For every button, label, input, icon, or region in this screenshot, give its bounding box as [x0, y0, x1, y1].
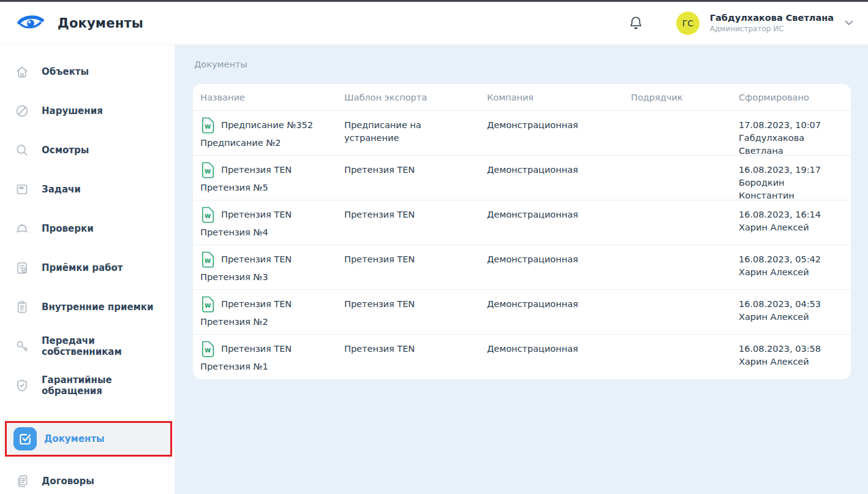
- name-cell: wПретензия TENПретензия №1: [200, 335, 344, 379]
- word-doc-icon: w: [200, 251, 214, 268]
- sidebar-item-label: Гарантийные обращения: [42, 374, 175, 397]
- company-cell: Демонстрационная: [487, 111, 631, 158]
- shield-check-icon: [15, 378, 29, 393]
- company-cell: Демонстрационная: [487, 335, 631, 379]
- document-title: Претензия TEN: [221, 253, 292, 266]
- created-date: 16.08.2023, 03:58: [739, 343, 835, 355]
- contractor-cell: [631, 290, 739, 334]
- bell-icon[interactable]: [628, 15, 644, 32]
- home-icon: [15, 64, 29, 79]
- template-cell: Претензия TEN: [344, 156, 487, 202]
- chevron-down-icon: [845, 20, 853, 26]
- contractor-cell: [631, 335, 739, 379]
- document-title: Претензия TEN: [221, 164, 292, 177]
- table-body: wПредписание №352Предписание №2Предписан…: [193, 111, 851, 379]
- company-cell: Демонстрационная: [487, 245, 631, 289]
- clipboard-lines-icon: [15, 300, 29, 314]
- sidebar-item-9[interactable]: Гарантийные обращения: [0, 366, 175, 405]
- sidebar-item-label: Приёмки работ: [42, 262, 123, 273]
- word-doc-icon: w: [200, 207, 214, 223]
- sidebar-item-label: Документы: [44, 433, 105, 444]
- user-role: Администратор ИС: [710, 25, 834, 34]
- document-subtitle: Претензия №5: [200, 181, 336, 194]
- sidebar-item-label: Нарушения: [42, 105, 103, 116]
- document-subtitle: Претензия №2: [200, 316, 336, 329]
- sidebar-item-5[interactable]: Проверки: [0, 209, 175, 248]
- task-card-icon: [15, 182, 29, 197]
- sidebar-item-11[interactable]: Договоры: [0, 462, 175, 494]
- table-row[interactable]: wПредписание №352Предписание №2Предписан…: [193, 111, 851, 156]
- table-row[interactable]: wПретензия TENПретензия №4Претензия TENД…: [193, 200, 851, 245]
- name-cell: wПретензия TENПретензия №5: [200, 156, 344, 202]
- name-cell: wПретензия TENПретензия №3: [200, 245, 344, 289]
- sidebar-item-label: Внутренние приемки: [42, 302, 154, 313]
- sidebar-item-label: Осмотры: [42, 145, 89, 156]
- column-header-name: Название: [200, 93, 344, 102]
- contractor-cell: [631, 245, 739, 289]
- sidebar-item-10[interactable]: Документы: [5, 421, 172, 457]
- word-doc-icon: w: [200, 341, 214, 357]
- created-by: Харин Алексей: [739, 266, 835, 279]
- company-cell: Демонстрационная: [487, 156, 631, 202]
- template-cell: Претензия TEN: [344, 200, 487, 245]
- company-cell: Демонстрационная: [487, 200, 631, 245]
- sidebar-item-1[interactable]: Объекты: [0, 52, 175, 91]
- name-cell: wПретензия TENПретензия №2: [200, 290, 344, 334]
- word-doc-icon: w: [200, 162, 214, 178]
- document-title: Предписание №352: [221, 119, 313, 132]
- template-cell: Претензия TEN: [344, 335, 487, 379]
- sidebar-item-3[interactable]: Осмотры: [0, 131, 175, 170]
- column-header-company: Компания: [487, 93, 631, 102]
- created-date: 16.08.2023, 19:17: [739, 164, 835, 177]
- sidebar-item-label: Передачи собственникам: [42, 335, 175, 357]
- created-date: 16.08.2023, 04:53: [739, 298, 835, 311]
- created-by: Харин Алексей: [739, 221, 835, 234]
- main-content: Документы Название Шаблон экспорта Компа…: [175, 45, 868, 494]
- template-cell: Предписание на устранение: [344, 111, 487, 158]
- created-cell: 16.08.2023, 04:53Харин Алексей: [739, 290, 843, 334]
- created-by: Харин Алексей: [739, 355, 835, 368]
- svg-text:w: w: [205, 122, 211, 131]
- template-cell: Претензия TEN: [344, 290, 487, 334]
- created-by: Бородкин Константин: [739, 177, 835, 202]
- svg-text:w: w: [205, 301, 211, 310]
- svg-text:w: w: [205, 256, 211, 265]
- created-date: 17.08.2023, 10:07: [739, 119, 835, 132]
- created-cell: 16.08.2023, 16:14Харин Алексей: [739, 200, 843, 245]
- name-cell: wПретензия TENПретензия №4: [200, 200, 344, 245]
- column-header-contractor: Подрядчик: [631, 93, 739, 102]
- table-row[interactable]: wПретензия TENПретензия №1Претензия TENД…: [193, 335, 851, 379]
- template-cell: Претензия TEN: [344, 245, 487, 289]
- svg-text:w: w: [205, 211, 211, 220]
- table-row[interactable]: wПретензия TENПретензия №5Претензия TENД…: [193, 156, 851, 200]
- document-subtitle: Претензия №4: [200, 226, 336, 239]
- key-icon: [15, 339, 29, 354]
- user-name: Габдулхакова Светлана: [710, 12, 834, 23]
- svg-text:w: w: [205, 346, 211, 354]
- svg-text:w: w: [205, 167, 211, 175]
- sidebar-item-2[interactable]: Нарушения: [0, 91, 175, 131]
- document-subtitle: Претензия №3: [200, 271, 336, 284]
- table-row[interactable]: wПретензия TENПретензия №3Претензия TENД…: [193, 245, 851, 290]
- created-cell: 16.08.2023, 19:17Бородкин Константин: [739, 156, 843, 202]
- user-menu[interactable]: ГС Габдулхакова Светлана Администратор И…: [676, 12, 853, 35]
- column-header-created: Сформировано: [739, 93, 843, 102]
- sidebar: ОбъектыНарушенияОсмотрыЗадачиПроверкиПри…: [0, 45, 175, 494]
- app-header: Документы ГС Габдулхакова Светлана Админ…: [0, 2, 868, 45]
- contractor-cell: [631, 200, 739, 245]
- table-row[interactable]: wПретензия TENПретензия №2Претензия TENД…: [193, 290, 851, 335]
- created-cell: 16.08.2023, 03:58Харин Алексей: [739, 335, 843, 379]
- ban-icon: [15, 104, 29, 118]
- sidebar-item-4[interactable]: Задачи: [0, 170, 175, 209]
- layout: ОбъектыНарушенияОсмотрыЗадачиПроверкиПри…: [0, 45, 868, 494]
- logo-eye-icon[interactable]: [17, 13, 44, 33]
- sidebar-item-7[interactable]: Внутренние приемки: [0, 287, 175, 327]
- contracts-icon: [15, 474, 29, 488]
- sidebar-item-8[interactable]: Передачи собственникам: [0, 327, 175, 366]
- sidebar-item-label: Объекты: [42, 66, 89, 77]
- hardhat-icon: [15, 221, 29, 236]
- sidebar-item-label: Задачи: [42, 184, 81, 195]
- header-right: ГС Габдулхакова Светлана Администратор И…: [628, 12, 853, 35]
- page-title: Документы: [58, 16, 143, 31]
- sidebar-item-6[interactable]: Приёмки работ: [0, 248, 175, 287]
